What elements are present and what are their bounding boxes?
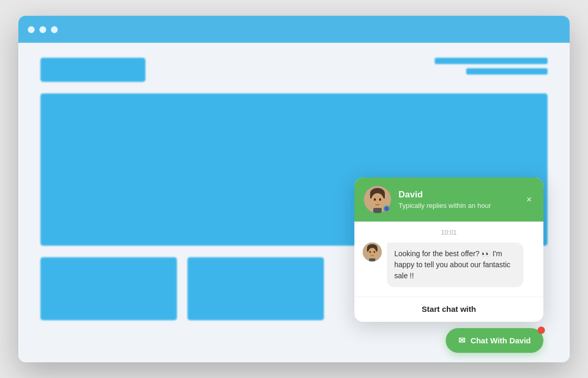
online-indicator xyxy=(383,205,390,212)
chat-cta-button[interactable]: ✉ Chat With David xyxy=(446,328,543,353)
svg-point-16 xyxy=(375,251,377,255)
svg-point-13 xyxy=(370,251,371,253)
chat-timestamp: 10:01 xyxy=(363,229,535,236)
start-chat-label: Start chat with xyxy=(363,304,535,313)
header-right xyxy=(435,58,548,75)
browser-dot-1 xyxy=(28,26,35,33)
close-button[interactable]: × xyxy=(524,193,534,206)
chat-popup: David Typically replies within an hour ×… xyxy=(354,177,543,322)
logo-placeholder xyxy=(40,58,145,82)
cta-button-label: Chat With David xyxy=(470,336,531,345)
header-line-1 xyxy=(435,58,548,64)
chat-body: 10:01 xyxy=(354,222,543,297)
browser-dot-3 xyxy=(51,26,58,33)
bottom-block-left xyxy=(40,257,177,320)
svg-point-7 xyxy=(382,198,385,203)
svg-point-3 xyxy=(371,193,384,208)
chat-header-info: David Typically replies within an hour xyxy=(398,190,517,209)
svg-point-5 xyxy=(379,198,381,201)
page-header xyxy=(40,58,548,82)
envelope-icon: ✉ xyxy=(458,335,465,345)
svg-rect-17 xyxy=(369,258,375,261)
svg-point-6 xyxy=(370,198,373,203)
chat-message: Looking for the best offer? 👀 I'm happy … xyxy=(363,243,535,287)
header-line-2 xyxy=(466,68,548,75)
agent-status: Typically replies within an hour xyxy=(398,202,517,209)
cta-button-wrapper: ✉ Chat With David xyxy=(446,328,543,353)
svg-point-15 xyxy=(367,251,369,255)
chat-start-section: Start chat with xyxy=(354,297,543,322)
browser-dots xyxy=(28,26,58,33)
chat-header: David Typically replies within an hour × xyxy=(354,177,543,222)
bottom-block-mid xyxy=(187,257,324,320)
message-avatar xyxy=(363,243,382,261)
chat-message-bubble: Looking for the best offer? 👀 I'm happy … xyxy=(387,243,523,287)
chat-avatar-wrapper xyxy=(364,186,391,213)
chat-widget: David Typically replies within an hour ×… xyxy=(354,177,543,353)
svg-point-4 xyxy=(374,198,376,201)
browser-window: David Typically replies within an hour ×… xyxy=(18,16,570,362)
browser-dot-2 xyxy=(39,26,46,33)
chat-button-row: ✉ Chat With David xyxy=(354,328,543,353)
svg-point-14 xyxy=(374,251,375,253)
svg-rect-8 xyxy=(373,208,382,213)
agent-name: David xyxy=(398,190,517,200)
notification-dot xyxy=(538,327,545,334)
browser-titlebar xyxy=(18,16,570,43)
